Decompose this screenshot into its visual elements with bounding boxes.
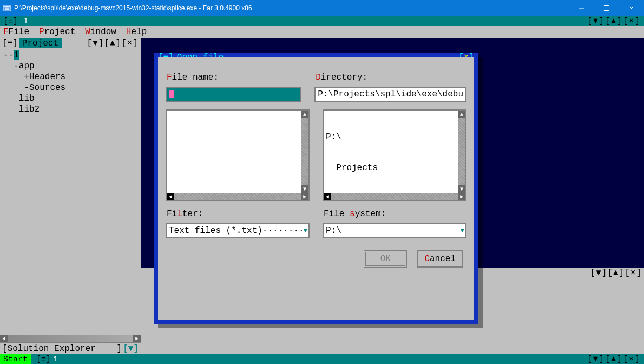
window-titlebar: P:\Projects\spl\ide\exe\debug-msvc2015-w… xyxy=(0,0,644,16)
dir-list-hscroll[interactable]: ◄ ► xyxy=(324,193,465,200)
file-name-input[interactable] xyxy=(166,87,301,102)
menu-window[interactable]: Window xyxy=(85,27,116,37)
scroll-right-icon[interactable]: ► xyxy=(301,193,308,200)
panel-title: Project xyxy=(19,38,62,48)
close-button[interactable] xyxy=(619,0,644,16)
top-tab-strip: [≡] 1 [▼][▲][×] xyxy=(0,16,644,26)
bottom-tab-number[interactable]: 1 xyxy=(53,355,58,364)
project-tree[interactable]: --1 -app +Headers -Sources lib lib2 xyxy=(0,49,141,335)
svg-rect-0 xyxy=(4,5,10,11)
bottom-strip: Start [≡] 1 [▼][▲][×] xyxy=(0,354,644,364)
directory-label: Directory: xyxy=(316,73,466,82)
scroll-left-icon[interactable]: ◄ xyxy=(167,193,174,200)
open-file-dialog: [≡] Open file [×] File name: Directory: … xyxy=(154,53,478,324)
dropdown-arrow-icon: ▼ xyxy=(461,227,464,235)
dir-list-vscroll[interactable]: ▲ ▼ xyxy=(458,110,465,193)
scroll-down-icon[interactable]: ▼ xyxy=(301,185,308,193)
scroll-track[interactable] xyxy=(8,335,133,342)
scroll-right-icon[interactable]: ► xyxy=(133,335,141,342)
panel-footer-label: [Solution Explorer xyxy=(2,344,96,354)
directory-listbox[interactable]: P:\ Projects spl ide exe debug-msvc2015-… xyxy=(323,109,466,202)
menu-project[interactable]: Project xyxy=(39,27,75,37)
tree-node-app[interactable]: -app xyxy=(3,61,137,72)
maximize-button[interactable] xyxy=(594,0,619,16)
app-icon xyxy=(3,4,11,12)
filter-label: Filter: xyxy=(167,209,310,219)
panel-footer-close: ] xyxy=(117,344,122,354)
panel-header: [≡] Project [▼][▲][×] xyxy=(0,38,141,49)
file-list-vscroll[interactable]: ▲ ▼ xyxy=(301,110,308,193)
tree-node-lib[interactable]: lib xyxy=(3,93,137,104)
start-button[interactable]: Start xyxy=(0,354,31,364)
filter-dropdown[interactable]: Text files (*.txt)········ ▼ xyxy=(166,223,310,238)
scroll-up-icon[interactable]: ▲ xyxy=(458,110,465,118)
filesystem-label: File system: xyxy=(324,209,466,219)
bottom-slot-glyph[interactable]: [≡] xyxy=(36,355,51,364)
file-name-label: File name: xyxy=(167,73,301,82)
panel-footer-drop[interactable]: [▼] xyxy=(123,344,139,354)
menu-help[interactable]: Help xyxy=(126,27,147,37)
scroll-right-icon[interactable]: ► xyxy=(458,193,465,200)
tree-node-sources[interactable]: -Sources xyxy=(3,82,137,93)
window-title: P:\Projects\spl\ide\exe\debug-msvc2015-w… xyxy=(14,4,569,12)
text-cursor xyxy=(169,90,174,98)
filesystem-value: P:\ xyxy=(326,226,341,236)
solution-explorer-panel: [≡] Project [▼][▲][×] --1 -app +Headers … xyxy=(0,38,141,354)
directory-input[interactable]: P:\Projects\spl\ide\exe\debu xyxy=(314,87,466,102)
top-strip-controls[interactable]: [▼][▲][×] xyxy=(587,17,644,26)
bottom-strip-controls[interactable]: [▼][▲][×] xyxy=(587,355,644,364)
tree-node-headers[interactable]: +Headers xyxy=(3,72,137,82)
file-listbox[interactable]: ▲ ▼ ◄ ► xyxy=(166,109,310,202)
scroll-up-icon[interactable]: ▲ xyxy=(301,110,308,118)
scroll-down-icon[interactable]: ▼ xyxy=(458,185,465,193)
menu-bar: FFile Project Window Help xyxy=(0,26,644,38)
bottom-tab-controls[interactable]: [▼][▲][×] xyxy=(590,268,642,278)
ok-button[interactable]: OK xyxy=(364,250,407,268)
filesystem-dropdown[interactable]: P:\ ▼ xyxy=(323,223,466,238)
file-list-hscroll[interactable]: ◄ ► xyxy=(167,193,308,200)
minimize-button[interactable] xyxy=(569,0,594,16)
console-area: [≡] 1 [▼][▲][×] FFile Project Window Hel… xyxy=(0,16,644,364)
dropdown-arrow-icon: ▼ xyxy=(304,227,307,235)
tree-node-root[interactable]: --1 xyxy=(3,50,137,61)
filter-value: Text files (*.txt)········ xyxy=(169,226,304,236)
cancel-button[interactable]: Cancel xyxy=(417,250,463,268)
top-slot-glyph[interactable]: [≡] xyxy=(3,17,18,26)
scroll-left-icon[interactable]: ◄ xyxy=(0,335,8,342)
svg-rect-6 xyxy=(604,6,609,11)
panel-controls[interactable]: [▼][▲][×] xyxy=(87,38,139,48)
dir-node-projects[interactable]: Projects xyxy=(326,163,465,173)
panel-slot-glyph[interactable]: [≡] xyxy=(2,38,18,48)
tree-node-lib2[interactable]: lib2 xyxy=(3,104,137,115)
top-tab-number[interactable]: 1 xyxy=(21,17,30,26)
panel-hscroll[interactable]: ◄ ► xyxy=(0,335,141,342)
scroll-left-icon[interactable]: ◄ xyxy=(324,193,331,200)
menu-file[interactable]: FFile xyxy=(3,27,29,37)
panel-footer: [Solution Explorer ] [▼] xyxy=(0,342,141,354)
dir-node-p[interactable]: P:\ xyxy=(326,132,465,142)
